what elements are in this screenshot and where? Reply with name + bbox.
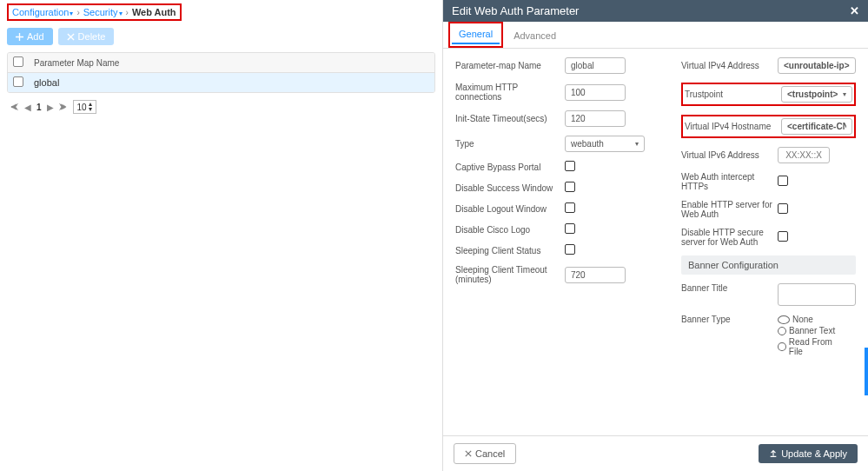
checkbox-intercept[interactable] bbox=[778, 176, 788, 186]
pager-current: 1 bbox=[36, 103, 42, 112]
pager-first[interactable]: ⮜ bbox=[10, 103, 19, 112]
delete-button[interactable]: Delete bbox=[58, 28, 115, 45]
radio-banner-text[interactable]: Banner Text bbox=[778, 326, 835, 335]
checkbox-captive[interactable] bbox=[565, 161, 575, 171]
page-size-select[interactable]: 10 ▴▾ bbox=[73, 100, 96, 114]
breadcrumb: Configuration▾ › Security▾ › Web Auth bbox=[7, 3, 182, 21]
input-vipv4[interactable] bbox=[778, 57, 856, 74]
label-type: Type bbox=[455, 139, 560, 149]
update-apply-button[interactable]: Update & Apply bbox=[759, 444, 858, 463]
label-disable-cisco: Disable Cisco Logo bbox=[455, 225, 560, 235]
row-checkbox[interactable] bbox=[13, 76, 23, 87]
input-pmap-name[interactable] bbox=[565, 57, 626, 74]
tab-general[interactable]: General bbox=[452, 25, 500, 44]
label-maxhttp: Maximum HTTP connections bbox=[455, 83, 560, 102]
upload-icon bbox=[769, 449, 778, 458]
label-disable-success: Disable Success Window bbox=[455, 183, 560, 193]
label-sleeping-status: Sleeping Client Status bbox=[455, 246, 560, 255]
pager: ⮜ ◀ 1 ▶ ⮞ 10 ▴▾ bbox=[7, 98, 435, 116]
chevron-right-icon: › bbox=[126, 8, 129, 17]
chevron-down-icon: ▾ bbox=[635, 140, 639, 148]
label-intercept: Web Auth intercept HTTPs bbox=[681, 172, 772, 191]
pager-next[interactable]: ▶ bbox=[47, 103, 54, 112]
select-all-checkbox[interactable] bbox=[13, 56, 23, 67]
checkbox-sleeping-status[interactable] bbox=[565, 244, 575, 255]
label-enable-http: Enable HTTP server for Web Auth bbox=[681, 200, 772, 219]
crumb-current: Web Auth bbox=[132, 7, 176, 17]
pager-prev[interactable]: ◀ bbox=[24, 103, 31, 112]
cancel-button[interactable]: Cancel bbox=[454, 443, 516, 464]
label-sleeping-timeout: Sleeping Client Timeout (minutes) bbox=[455, 265, 560, 284]
crumb-configuration[interactable]: Configuration▾ bbox=[12, 7, 73, 17]
close-icon[interactable]: ✕ bbox=[850, 4, 859, 17]
input-sleeping-timeout[interactable] bbox=[565, 267, 626, 283]
checkbox-disable-https[interactable] bbox=[778, 231, 788, 242]
select-trustpoint[interactable]: <trustpoint> ▾ bbox=[781, 86, 852, 103]
label-pmap-name: Parameter-map Name bbox=[455, 61, 560, 70]
column-header-name[interactable]: Parameter Map Name bbox=[34, 58, 429, 68]
checkbox-disable-logout[interactable] bbox=[565, 202, 575, 213]
side-handle[interactable] bbox=[865, 348, 868, 395]
input-banner-title[interactable] bbox=[778, 283, 856, 306]
x-icon bbox=[465, 450, 472, 457]
tab-advanced[interactable]: Advanced bbox=[507, 27, 563, 44]
radio-banner-none[interactable]: None bbox=[778, 315, 813, 324]
checkbox-disable-success[interactable] bbox=[565, 182, 575, 192]
label-trustpoint: Trustpoint bbox=[685, 90, 776, 99]
pager-last[interactable]: ⮞ bbox=[59, 103, 68, 112]
label-initstate: Init-State Timeout(secs) bbox=[455, 114, 560, 123]
radio-banner-file[interactable]: Read From File bbox=[778, 337, 847, 356]
label-banner-type: Banner Type bbox=[681, 315, 772, 324]
label-vipv4host: Virtual IPv4 Hostname bbox=[685, 122, 776, 131]
select-type[interactable]: webauth ▾ bbox=[565, 136, 645, 152]
label-disable-logout: Disable Logout Window bbox=[455, 204, 560, 214]
input-maxhttp[interactable] bbox=[565, 84, 626, 101]
label-disable-https: Disable HTTP secure server for Web Auth bbox=[681, 228, 772, 247]
chevron-right-icon: › bbox=[76, 8, 79, 17]
banner-config-header: Banner Configuration bbox=[681, 255, 856, 275]
table-row[interactable]: global bbox=[8, 73, 434, 92]
row-name: global bbox=[34, 77, 429, 88]
label-vipv6: Virtual IPv6 Address bbox=[681, 150, 772, 160]
input-vipv4host[interactable] bbox=[781, 118, 852, 135]
panel-title: Edit Web Auth Parameter bbox=[452, 4, 579, 17]
plus-icon bbox=[16, 33, 23, 41]
label-banner-title: Banner Title bbox=[681, 283, 772, 293]
x-icon bbox=[67, 33, 75, 41]
label-vipv4: Virtual IPv4 Address bbox=[681, 61, 772, 70]
label-captive: Captive Bypass Portal bbox=[455, 163, 560, 172]
crumb-security[interactable]: Security▾ bbox=[83, 7, 123, 17]
checkbox-disable-cisco[interactable] bbox=[565, 223, 575, 234]
add-button[interactable]: Add bbox=[7, 28, 53, 45]
parameter-map-table: Parameter Map Name global bbox=[7, 52, 435, 93]
input-initstate[interactable] bbox=[565, 110, 626, 127]
updown-icon: ▴▾ bbox=[89, 102, 92, 112]
chevron-down-icon: ▾ bbox=[843, 90, 846, 98]
input-vipv6[interactable] bbox=[778, 147, 830, 163]
checkbox-enable-http[interactable] bbox=[778, 203, 788, 214]
